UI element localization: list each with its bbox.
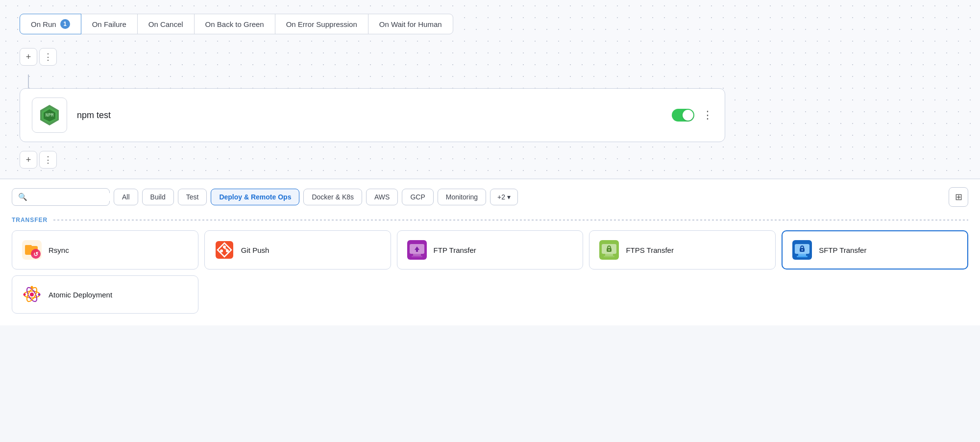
svg-rect-29 [798,254,806,256]
filter-all[interactable]: All [114,189,138,205]
step-title: npm test [77,110,662,121]
ftps-icon [599,240,619,260]
bottom-action-row: + ⋮ [20,151,960,169]
section-area: TRANSFER ↺ Rsync [0,207,980,325]
gitpush-label: Git Push [241,246,270,254]
step-icon-box: NPM [32,98,67,133]
tab-on-failure[interactable]: On Failure [81,14,138,34]
plus-icon-bottom: + [26,155,31,165]
chevron-down-icon: ▾ [507,193,511,201]
section-label: TRANSFER [12,217,968,223]
top-action-row: + ⋮ [20,48,960,66]
svg-rect-18 [412,256,422,257]
step-card: NPM npm test ⋮ [20,88,725,142]
svg-point-32 [802,249,803,251]
sftp-icon [792,240,812,260]
tab-bar: On Run 1 On Failure On Cancel On Back to… [20,14,960,34]
canvas-area: On Run 1 On Failure On Cancel On Back to… [0,0,980,179]
svg-rect-20 [416,250,418,252]
filter-panel: 🔍 ✕ All Build Test Deploy & Remote Ops D… [0,179,980,207]
svg-text:NPM: NPM [46,113,54,118]
add-step-button-top[interactable]: + [20,48,37,66]
tool-card-sftp[interactable]: SFTP Transfer [782,230,968,270]
svg-point-26 [609,249,610,251]
tool-card-atomic-deployment[interactable]: Atomic Deployment [12,275,198,314]
step-ellipsis-icon: ⋮ [702,109,713,122]
svg-rect-23 [605,254,613,256]
svg-rect-30 [797,256,808,257]
tools-grid-row2: Atomic Deployment [12,275,968,314]
add-step-button-bottom[interactable]: + [20,151,37,169]
more-filters-label: +2 [497,193,505,201]
tab-on-run-label: On Run [31,20,56,28]
grid-toggle-button[interactable]: ⊞ [949,187,968,207]
svg-text:↺: ↺ [33,251,38,258]
ellipsis-icon-bottom: ⋮ [44,154,52,165]
tab-on-run[interactable]: On Run 1 [20,14,81,34]
tab-on-failure-label: On Failure [92,20,126,28]
filter-docker-k8s[interactable]: Docker & K8s [303,189,362,205]
plus-icon: + [26,52,31,62]
svg-rect-17 [413,254,421,256]
svg-point-39 [24,294,26,296]
tab-on-wait-for-human[interactable]: On Wait for Human [368,14,453,34]
filter-gcp[interactable]: GCP [402,189,433,205]
tool-card-ftps[interactable]: FTPS Transfer [589,230,776,270]
npm-icon: NPM [38,103,61,127]
tab-on-back-to-green-label: On Back to Green [205,20,264,28]
ftp-label: FTP Transfer [434,246,476,254]
filter-test[interactable]: Test [178,189,207,205]
ellipsis-icon: ⋮ [44,51,52,62]
tab-on-wait-for-human-label: On Wait for Human [379,20,442,28]
connector-line-top [28,74,29,88]
svg-rect-6 [25,245,32,247]
sftp-label: SFTP Transfer [819,246,866,254]
svg-point-37 [31,286,33,289]
svg-point-10 [223,246,226,248]
svg-point-11 [226,249,229,252]
tab-on-cancel[interactable]: On Cancel [137,14,195,34]
filter-more-button[interactable]: +2 ▾ [490,189,518,205]
ftps-label: FTPS Transfer [626,246,674,254]
tools-grid-row1: ↺ Rsync Git Push [12,230,968,270]
atomic-deployment-icon [22,285,42,304]
svg-rect-24 [604,256,614,257]
more-options-button-bottom[interactable]: ⋮ [39,151,57,169]
filter-deploy-remote-ops[interactable]: Deploy & Remote Ops [211,189,299,205]
filter-monitoring[interactable]: Monitoring [438,189,486,205]
search-input[interactable] [31,193,117,201]
tool-card-git-push[interactable]: Git Push [204,230,391,270]
ftp-icon [407,240,427,260]
svg-point-33 [30,293,34,296]
tab-on-run-badge: 1 [60,19,70,29]
filter-build[interactable]: Build [142,189,174,205]
tool-card-rsync[interactable]: ↺ Rsync [12,230,198,270]
step-more-button[interactable]: ⋮ [702,109,713,122]
rsync-label: Rsync [49,246,69,254]
tool-card-ftp[interactable]: FTP Transfer [397,230,584,270]
more-options-button-top[interactable]: ⋮ [39,48,57,66]
svg-point-38 [38,294,41,296]
step-toggle[interactable] [672,109,694,122]
tab-on-back-to-green[interactable]: On Back to Green [194,14,275,34]
step-controls: ⋮ [672,109,713,122]
gitpush-icon [215,240,234,260]
search-icon: 🔍 [18,193,27,201]
tab-on-cancel-label: On Cancel [148,20,183,28]
tab-on-error-suppression-label: On Error Suppression [286,20,357,28]
grid-icon: ⊞ [955,192,962,202]
rsync-icon: ↺ [22,240,42,260]
atomic-deployment-label: Atomic Deployment [49,291,112,299]
filter-row: 🔍 ✕ All Build Test Deploy & Remote Ops D… [12,187,968,207]
tab-on-error-suppression[interactable]: On Error Suppression [275,14,368,34]
search-box[interactable]: 🔍 ✕ [12,188,110,206]
filter-aws[interactable]: AWS [366,189,398,205]
